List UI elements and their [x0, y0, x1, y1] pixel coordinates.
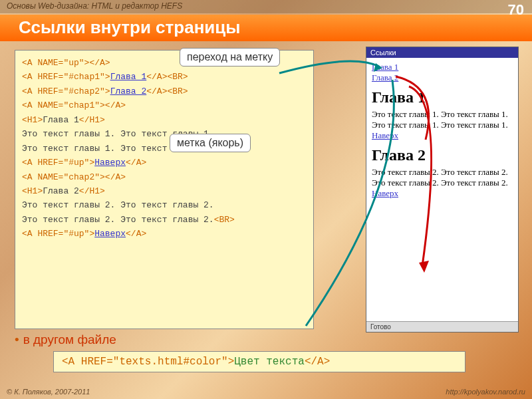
code-block-otherfile: <A HREF="texts.html#color">Цвет текста</…	[53, 351, 466, 372]
bullet-other-file: •в другом файле	[15, 332, 116, 347]
preview-statusbar: Готово	[366, 321, 518, 332]
footer-copyright: © К. Поляков, 2007-2011	[7, 388, 90, 398]
slide: Основы Web-дизайна: HTML и редактор HEFS…	[0, 0, 532, 399]
preview-link-ch1[interactable]: Глава 1	[372, 62, 398, 72]
footer: © К. Поляков, 2007-2011 http://kpolyakov…	[0, 387, 532, 399]
slide-title: Ссылки внутри страницы	[0, 15, 532, 41]
header-left: Основы Web-дизайна: HTML и редактор HEFS	[7, 1, 182, 12]
preview-navup-1[interactable]: Наверх	[372, 130, 398, 140]
preview-text-ch2: Это текст главы 2. Это текст главы 2. Эт…	[372, 167, 513, 188]
preview-text-ch1: Это текст главы 1. Это текст главы 1. Эт…	[372, 109, 513, 130]
preview-h1-ch1: Глава 1	[372, 88, 513, 106]
code-block-main: <A NAME="up"></A> <A HREF="#chap1">Глава…	[15, 50, 314, 329]
header-bar: Основы Web-дизайна: HTML и редактор HEFS	[0, 0, 532, 13]
callout-anchor: метка (якорь)	[170, 134, 251, 152]
preview-titlebar: Ссылки	[366, 47, 518, 58]
browser-preview: Ссылки Глава 1 Глава 2 Глава 1 Это текст…	[366, 47, 519, 332]
callout-goto: переход на метку	[180, 48, 280, 66]
preview-link-ch2[interactable]: Глава 2	[372, 72, 398, 82]
preview-h1-ch2: Глава 2	[372, 146, 513, 164]
preview-body: Глава 1 Глава 2 Глава 1 Это текст главы …	[366, 58, 518, 203]
bullet-icon: •	[15, 332, 19, 346]
footer-url: http://kpolyakov.narod.ru	[446, 388, 525, 398]
preview-navup-2[interactable]: Наверх	[372, 188, 398, 198]
